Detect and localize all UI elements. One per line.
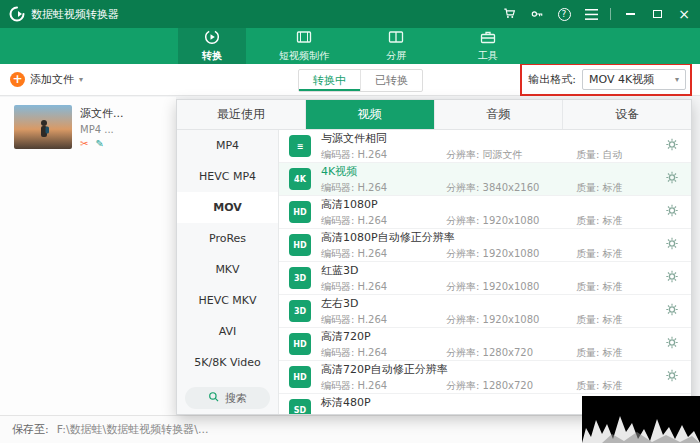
cart-icon[interactable] (502, 6, 518, 22)
help-icon[interactable]: ? (556, 6, 572, 22)
save-to-label: 保存至: (12, 422, 49, 437)
minimize-button[interactable] (622, 6, 638, 22)
format-quality: 质量: 标准 (576, 346, 623, 360)
tab-convert[interactable]: 转换 (178, 28, 246, 64)
settings-gear-icon[interactable] (665, 138, 679, 155)
format-resolution: 分辨率: 1920x1080 (446, 280, 576, 294)
chevron-down-icon: ▾ (675, 75, 679, 84)
save-path[interactable]: F:\数据蛙\数据蛙视频转换器\... (57, 422, 209, 437)
toolbox-icon (480, 29, 496, 48)
category-5k8k-video[interactable]: 5K/8K Video (177, 347, 278, 378)
tab-converted[interactable]: 已转换 (360, 70, 422, 91)
format-title: 与源文件相同 (321, 131, 681, 146)
format-icon: 3D (289, 300, 311, 322)
key-icon[interactable] (529, 6, 545, 22)
format-text: 左右3D 编码器: H.264 分辨率: 1920x1080 质量: 标准 (321, 296, 681, 327)
titlebar-actions: ? × (502, 6, 692, 22)
format-title: 高清1080P自动修正分辨率 (321, 230, 681, 245)
format-resolution (446, 412, 576, 415)
tab-short-video[interactable]: 短视频制作 (270, 28, 338, 64)
format-text: 4K视频 编码器: H.264 分辨率: 3840x2160 质量: 标准 (321, 164, 681, 195)
tab-recently-used[interactable]: 最近使用 (177, 100, 306, 129)
film-icon (296, 29, 312, 48)
file-list-item[interactable]: 源文件... MP4 ... ✂ ✎ (0, 97, 176, 157)
format-encoder: 编码器: H.264 (321, 313, 446, 327)
category-hevc-mp4[interactable]: HEVC MP4 (177, 161, 278, 192)
format-option-hd-1080p-auto[interactable]: HD 高清1080P自动修正分辨率 编码器: H.264 分辨率: 1920x1… (279, 229, 691, 262)
titlebar: 数据蛙视频转换器 ? × (0, 0, 700, 28)
format-title: 红蓝3D (321, 263, 681, 278)
app-title: 数据蛙视频转换器 (31, 7, 119, 22)
category-mp4[interactable]: MP4 (177, 130, 278, 161)
settings-gear-icon[interactable] (665, 204, 679, 221)
file-tools: ✂ ✎ (80, 138, 124, 149)
add-files-button[interactable]: + 添加文件 ▾ (10, 72, 83, 87)
format-option-hd-720p[interactable]: HD 高清720P 编码器: H.264 分辨率: 1280x720 质量: 标… (279, 328, 691, 361)
add-files-label: 添加文件 (30, 72, 74, 87)
split-screen-icon (388, 29, 404, 48)
tab-split-screen[interactable]: 分屏 (362, 28, 430, 64)
settings-gear-icon[interactable] (665, 237, 679, 254)
format-encoder: 编码器: H.264 (321, 379, 446, 393)
format-icon: SD (289, 399, 311, 414)
format-option-sbs-3d[interactable]: 3D 左右3D 编码器: H.264 分辨率: 1920x1080 质量: 标准 (279, 295, 691, 328)
format-option-same-as-source[interactable]: ≡ 与源文件相同 编码器: H.264 分辨率: 同源文件 质量: 自动 (279, 130, 691, 163)
format-text: 红蓝3D 编码器: H.264 分辨率: 1920x1080 质量: 标准 (321, 263, 681, 294)
format-category-list: MP4 HEVC MP4 MOV ProRes MKV HEVC MKV AVI… (177, 130, 279, 414)
tab-tools[interactable]: 工具 (454, 28, 522, 64)
format-text: 高清720P 编码器: H.264 分辨率: 1280x720 质量: 标准 (321, 329, 681, 360)
trim-icon[interactable]: ✂ (80, 138, 88, 149)
format-icon: HD (289, 366, 311, 388)
search-button[interactable]: 搜索 (185, 387, 270, 409)
app-window: 数据蛙视频转换器 ? × 转换 (0, 0, 700, 443)
format-meta: 编码器: H.264 分辨率: 1280x720 质量: 标准 (321, 346, 681, 360)
output-format-label: 输出格式: (528, 72, 576, 87)
format-option-hd-720p-auto[interactable]: HD 高清720P自动修正分辨率 编码器: H.264 分辨率: 1280x72… (279, 361, 691, 394)
menu-icon[interactable] (583, 6, 599, 22)
category-mov[interactable]: MOV (177, 192, 278, 223)
file-format-label: MP4 ... (80, 124, 124, 135)
maximize-button[interactable] (649, 6, 665, 22)
format-option-4k-video[interactable]: 4K 4K视频 编码器: H.264 分辨率: 3840x2160 质量: 标准 (279, 163, 691, 196)
app-logo-icon (8, 6, 25, 23)
format-option-hd-1080p[interactable]: HD 高清1080P 编码器: H.264 分辨率: 1920x1080 质量:… (279, 196, 691, 229)
category-mkv[interactable]: MKV (177, 254, 278, 285)
format-title: 高清720P (321, 329, 681, 344)
format-option-list: ≡ 与源文件相同 编码器: H.264 分辨率: 同源文件 质量: 自动 4K (279, 130, 691, 414)
format-icon: HD (289, 201, 311, 223)
settings-gear-icon[interactable] (665, 171, 679, 188)
waveform-image (582, 396, 700, 443)
settings-gear-icon[interactable] (665, 270, 679, 287)
category-avi[interactable]: AVI (177, 316, 278, 347)
format-encoder: 编码器: H.264 (321, 247, 446, 261)
format-quality: 质量: 标准 (576, 280, 623, 294)
convert-icon (204, 29, 220, 48)
tab-convert-label: 转换 (202, 49, 222, 63)
format-meta: 编码器: H.264 分辨率: 1280x720 质量: 标准 (321, 379, 681, 393)
format-text: 高清720P自动修正分辨率 编码器: H.264 分辨率: 1280x720 质… (321, 362, 681, 393)
output-format-select[interactable]: MOV 4K视频 ▾ (582, 69, 686, 90)
format-resolution: 分辨率: 1920x1080 (446, 214, 576, 228)
tab-short-video-label: 短视频制作 (279, 49, 329, 63)
chevron-down-icon: ▾ (79, 75, 83, 84)
format-title: 高清1080P (321, 197, 681, 212)
tab-audio[interactable]: 音频 (435, 100, 564, 129)
settings-gear-icon[interactable] (665, 369, 679, 386)
edit-icon[interactable]: ✎ (95, 138, 103, 149)
category-hevc-mkv[interactable]: HEVC MKV (177, 285, 278, 316)
settings-gear-icon[interactable] (665, 336, 679, 353)
format-resolution: 分辨率: 3840x2160 (446, 181, 576, 195)
source-file-label: 源文件... (80, 106, 124, 121)
category-prores[interactable]: ProRes (177, 223, 278, 254)
close-button[interactable]: × (676, 6, 692, 22)
tab-video[interactable]: 视频 (306, 100, 435, 129)
output-format-group: 输出格式: MOV 4K视频 ▾ (524, 66, 690, 93)
format-option-anaglyph-3d[interactable]: 3D 红蓝3D 编码器: H.264 分辨率: 1920x1080 质量: 标准 (279, 262, 691, 295)
format-quality: 质量: 标准 (576, 247, 623, 261)
tab-device[interactable]: 设备 (563, 100, 691, 129)
tab-converting[interactable]: 转换中 (299, 70, 360, 91)
format-icon: 4K (289, 168, 311, 190)
file-list-panel: 源文件... MP4 ... ✂ ✎ (0, 97, 176, 415)
format-encoder: 编码器: H.264 (321, 280, 446, 294)
settings-gear-icon[interactable] (665, 303, 679, 320)
